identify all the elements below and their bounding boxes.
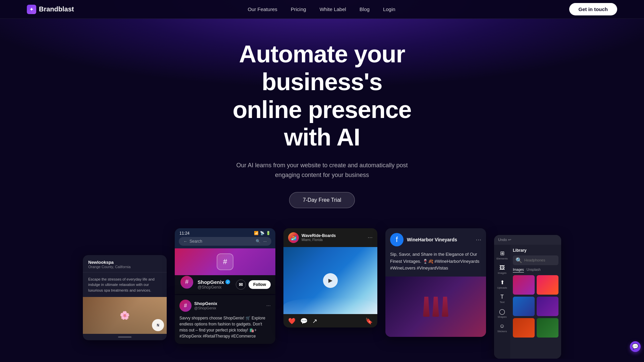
wine-glass-2: [432, 297, 439, 317]
like-icon[interactable]: ❤️: [288, 317, 296, 325]
images-tool[interactable]: 🖼 Images: [495, 262, 509, 276]
tweet-more-icon[interactable]: ···: [266, 303, 271, 309]
shopgenix-banner-logo: #: [217, 253, 233, 270]
twitter-avatar-area: # ShopGenix ✓ @ShopGenix: [179, 279, 230, 290]
editor-topbar: Undo ↩: [494, 235, 561, 245]
play-button[interactable]: ▶: [323, 273, 338, 288]
images-icon: 🖼: [499, 265, 505, 271]
nav-pricing[interactable]: Pricing: [291, 6, 306, 12]
search-icon: 🔍: [256, 239, 261, 244]
instagram-user: 🏄 WaveRide-Boards Miami, Florida: [288, 232, 336, 243]
brand-name: Brandblast: [39, 5, 74, 13]
status-time: 11:24: [179, 231, 190, 236]
facebook-card: f WineHarbor Vineyards ··· Sip, Savor, a…: [385, 228, 486, 337]
share-icon[interactable]: ↗: [312, 317, 317, 325]
tweet-user: # ShopGenix @ShopGenix: [179, 300, 217, 312]
twitter-banner: #: [175, 248, 275, 275]
nav-links: Our Features Pricing White Label Blog Lo…: [248, 6, 395, 12]
twitter-search[interactable]: ← Search 🔍 ···: [179, 237, 271, 246]
instagram-avatar: 🏄: [288, 232, 299, 243]
nav-login[interactable]: Login: [383, 6, 395, 12]
logo-icon: ✦: [27, 5, 36, 14]
text-tool[interactable]: T Text: [495, 291, 509, 305]
redo-button[interactable]: ↩: [508, 238, 511, 242]
spa-description: Escape the stresses of everyday life and…: [83, 273, 167, 297]
instagram-card: 🏄 WaveRide-Boards Miami, Florida ··· ▶ ❤…: [283, 228, 377, 327]
instagram-image: ▶: [283, 247, 377, 314]
spa-card-header: Newlookspa Orange County, California: [83, 255, 167, 273]
signal-icon: 📶: [254, 231, 259, 235]
elements-tool[interactable]: ⊞ Elements: [495, 247, 509, 261]
editor-search-bar[interactable]: 🔍: [513, 255, 558, 265]
nav-whitelabel[interactable]: White Label: [320, 6, 346, 12]
elements-icon: ⊞: [500, 250, 504, 256]
tab-images[interactable]: Images: [513, 268, 524, 273]
bookmark-icon[interactable]: 🔖: [365, 317, 373, 325]
instagram-location: Miami, Florida: [302, 238, 336, 242]
instagram-header: 🏄 WaveRide-Boards Miami, Florida ···: [283, 228, 377, 247]
twitter-actions: ✉ Follow: [236, 280, 271, 290]
uploads-tool[interactable]: ⬆ Uploads: [495, 277, 509, 291]
tweet-text: Savvy shoppers choose ShopGenix! 🛒 Explo…: [179, 315, 271, 339]
follow-button[interactable]: Follow: [249, 280, 271, 289]
get-in-touch-button[interactable]: Get in touch: [569, 3, 618, 15]
nav-blog[interactable]: Blog: [360, 6, 370, 12]
image-thumb-5[interactable]: [513, 318, 535, 338]
stickers-icon: ☺: [499, 323, 505, 329]
comment-icon[interactable]: 💬: [300, 317, 308, 325]
brand-logo[interactable]: ✦ Brandblast: [27, 5, 74, 14]
mail-button[interactable]: ✉: [236, 280, 246, 290]
text-icon: T: [500, 294, 504, 300]
instagram-more-icon[interactable]: ···: [368, 234, 373, 241]
back-icon: ←: [183, 239, 187, 244]
undo-button[interactable]: Undo: [498, 238, 507, 242]
library-title: Library: [513, 248, 558, 253]
tweet-name: ShopGenix: [194, 301, 217, 306]
scroll-indicator: [118, 337, 131, 338]
editor-search-input[interactable]: [524, 258, 556, 262]
hero-headline: Automate your business's online presence…: [188, 40, 456, 151]
search-icon: 🔍: [516, 257, 522, 263]
more-icon: ···: [263, 239, 267, 244]
wave-overlay: [283, 297, 377, 314]
mockups-section: Newlookspa Orange County, California Esc…: [0, 208, 644, 359]
uploads-icon: ⬆: [500, 279, 504, 286]
shapes-tool[interactable]: ◯ Shapes: [495, 306, 509, 320]
free-trial-button[interactable]: 7-Day Free Trial: [289, 192, 355, 208]
instagram-name: WaveRide-Boards: [302, 233, 336, 238]
undo-redo-controls: Undo ↩: [498, 238, 511, 242]
navbar: ✦ Brandblast Our Features Pricing White …: [0, 0, 644, 19]
tweet-avatar: #: [179, 300, 192, 312]
spa-name: Newlookspa: [88, 260, 161, 265]
facebook-more-icon[interactable]: ···: [476, 236, 481, 243]
spa-decoration: 🌸: [120, 311, 130, 320]
tweet-header: # ShopGenix @ShopGenix ···: [179, 300, 271, 312]
tweet-handle-small: @ShopGenix: [194, 306, 217, 310]
image-tabs: Images Unsplash: [513, 268, 558, 273]
tab-unsplash[interactable]: Unsplash: [527, 268, 541, 273]
image-thumb-4[interactable]: [537, 297, 558, 316]
instagram-actions: ❤️ 💬 ↗ 🔖: [283, 314, 377, 327]
status-bar: 11:24 📶 📡 🔋: [175, 228, 275, 237]
tweet-card: # ShopGenix @ShopGenix ··· Savvy shopper…: [175, 295, 275, 344]
wine-glass-3: [442, 297, 448, 317]
image-thumb-1[interactable]: [513, 275, 535, 295]
search-placeholder: Search: [190, 239, 202, 244]
instagram-left-actions: ❤️ 💬 ↗: [288, 317, 317, 325]
hero-section: Automate your business's online presence…: [0, 0, 644, 208]
facebook-avatar: f: [390, 233, 404, 246]
editor-tools: ⊞ Elements 🖼 Images ⬆ Uploads T Text ◯: [494, 245, 510, 359]
nav-features[interactable]: Our Features: [248, 6, 277, 12]
image-thumb-2[interactable]: [537, 275, 558, 295]
twitter-name-block: ShopGenix ✓ @ShopGenix: [198, 279, 230, 290]
image-thumb-6[interactable]: [537, 318, 558, 338]
image-thumb-3[interactable]: [513, 297, 535, 316]
stickers-tool[interactable]: ☺ Stickers: [495, 320, 509, 334]
wine-glass-1: [423, 297, 430, 317]
spa-location: Orange County, California: [88, 265, 161, 269]
spa-card: Newlookspa Orange County, California Esc…: [83, 255, 167, 341]
facebook-user: f WineHarbor Vineyards: [390, 233, 457, 246]
battery-icon: 🔋: [266, 231, 271, 235]
twitter-handle: @ShopGenix: [198, 285, 230, 290]
verified-badge: ✓: [225, 280, 230, 284]
